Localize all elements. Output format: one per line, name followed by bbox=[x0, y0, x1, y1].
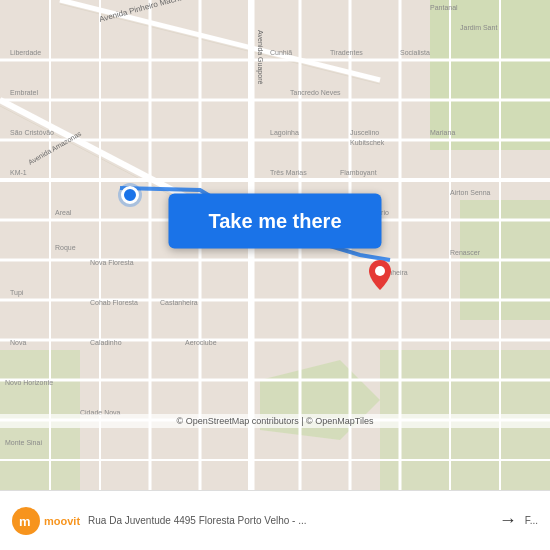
svg-text:Airton Senna: Airton Senna bbox=[450, 189, 491, 196]
origin-text: Rua Da Juventude 4495 Floresta Porto Vel… bbox=[88, 515, 491, 526]
svg-text:Mariana: Mariana bbox=[430, 129, 455, 136]
svg-text:KM-1: KM-1 bbox=[10, 169, 27, 176]
moovit-logo: m moovit bbox=[12, 507, 80, 535]
svg-text:Lagoinha: Lagoinha bbox=[270, 129, 299, 137]
svg-text:Cunhiã: Cunhiã bbox=[270, 49, 292, 56]
svg-text:Aeroclube: Aeroclube bbox=[185, 339, 217, 346]
destination-marker bbox=[369, 260, 391, 290]
svg-text:Renascer: Renascer bbox=[450, 249, 481, 256]
moovit-name: moovit bbox=[44, 515, 80, 527]
svg-text:Flamboyant: Flamboyant bbox=[340, 169, 377, 177]
svg-text:Nova Floresta: Nova Floresta bbox=[90, 259, 134, 266]
destination-text: F... bbox=[525, 515, 538, 526]
svg-text:Roque: Roque bbox=[55, 244, 76, 252]
map-container: Avenida Pinheiro Machado Avenida Amazona… bbox=[0, 0, 550, 490]
svg-text:Juscelino: Juscelino bbox=[350, 129, 379, 136]
svg-text:Embratel: Embratel bbox=[10, 89, 38, 96]
svg-text:Avenida Guaporé: Avenida Guaporé bbox=[256, 30, 264, 84]
take-me-there-button[interactable]: Take me there bbox=[168, 193, 381, 248]
moovit-icon: m bbox=[12, 507, 40, 535]
svg-text:São Cristóvão: São Cristóvão bbox=[10, 129, 54, 136]
svg-text:Liberdade: Liberdade bbox=[10, 49, 41, 56]
svg-text:Pantanal: Pantanal bbox=[430, 4, 458, 11]
svg-text:Tupi: Tupi bbox=[10, 289, 24, 297]
svg-text:Caladinho: Caladinho bbox=[90, 339, 122, 346]
svg-text:Kubitschek: Kubitschek bbox=[350, 139, 385, 146]
svg-text:Novo Horizonte: Novo Horizonte bbox=[5, 379, 53, 386]
svg-text:Socialista: Socialista bbox=[400, 49, 430, 56]
svg-text:Castanheira: Castanheira bbox=[160, 299, 198, 306]
svg-text:Jardim Sant: Jardim Sant bbox=[460, 24, 497, 31]
svg-text:Nova: Nova bbox=[10, 339, 26, 346]
svg-text:Areal: Areal bbox=[55, 209, 72, 216]
map-attribution: © OpenStreetMap contributors | © OpenMap… bbox=[0, 414, 550, 428]
svg-text:Monte Sinai: Monte Sinai bbox=[5, 439, 42, 446]
svg-text:Três Marias: Três Marias bbox=[270, 169, 307, 176]
svg-text:Tiradentes: Tiradentes bbox=[330, 49, 363, 56]
svg-point-68 bbox=[375, 266, 385, 276]
svg-text:Tancredo Neves: Tancredo Neves bbox=[290, 89, 341, 96]
route-arrow-icon: → bbox=[499, 510, 517, 531]
svg-rect-1 bbox=[430, 0, 550, 150]
svg-text:Cohab Floresta: Cohab Floresta bbox=[90, 299, 138, 306]
svg-text:m: m bbox=[19, 514, 31, 529]
bottom-bar: m moovit Rua Da Juventude 4495 Floresta … bbox=[0, 490, 550, 550]
